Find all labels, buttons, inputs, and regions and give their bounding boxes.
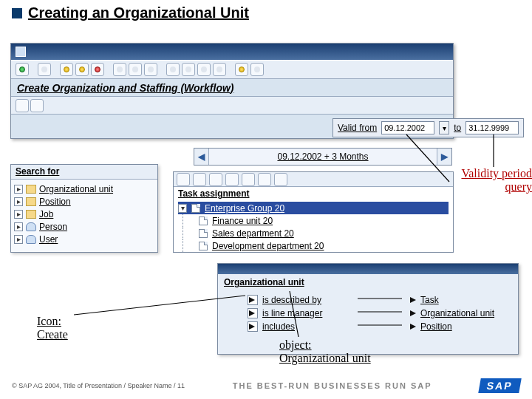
arrow-icon [410,324,416,330]
position-icon [26,197,36,206]
toolbar-button-last[interactable] [213,63,226,76]
valid-to-label: to [454,123,461,133]
toolbar-button-findnext[interactable] [144,63,157,76]
expand-icon[interactable]: ▸ [14,197,23,206]
toolbar-button-help[interactable] [235,63,248,76]
time-range-bar: ◀ 09.12.2002 + 3 Months ▶ [194,148,452,166]
search-header: Search for [11,165,157,180]
toolbar-button-prev[interactable] [182,63,195,76]
create-icon[interactable] [248,295,258,305]
task-row-sales[interactable]: Sales department 20 [178,227,449,239]
footer-tagline: THE BEST-RUN BUSINESSES RUN SAP [233,381,432,390]
subtoolbar-button-1[interactable] [16,99,29,112]
toolbar-button-print[interactable] [113,63,126,76]
rel-left-1[interactable]: is line manager [262,308,322,318]
toolbar-button-cancel[interactable] [91,63,104,76]
task-assignment-header: Task assignment [174,187,453,200]
annotation-object-org-unit: object: Organizational unit [279,338,371,365]
expand-icon[interactable]: ▸ [14,222,23,231]
toolbar-button-first[interactable] [166,63,180,76]
rel-right-2[interactable]: Position [420,321,452,332]
rel-right-0[interactable]: Task [420,295,439,305]
valid-to-field[interactable]: 31.12.9999 [466,121,519,134]
person-icon [26,222,36,231]
create-icon[interactable] [248,308,258,318]
task-row-finance[interactable]: Finance unit 20 [178,214,449,227]
arrow-icon [410,297,416,303]
toolbar-button-ok[interactable] [16,63,29,76]
org-unit-header: Organizational unit [218,274,518,290]
transaction-title: Create Organization and Staffing (Workfl… [17,82,234,94]
search-panel: Search for ▸ Organizational unit ▸ Posit… [10,164,158,253]
search-item-person[interactable]: ▸ Person [14,220,154,233]
toolbar-button-save[interactable] [38,63,51,76]
toolbar-button-next[interactable] [197,63,211,76]
task-toolbar-btn-5[interactable] [242,173,255,186]
search-item-position[interactable]: ▸ Position [14,195,154,208]
expand-icon[interactable]: ▸ [14,185,23,194]
footer-copyright: SAP AG 2004, Title of Presentation / Spe… [12,382,185,389]
valid-from-stepper[interactable]: ▾ [439,121,449,134]
org-unit-icon [26,185,36,194]
arrow-icon [410,310,416,316]
task-toolbar-btn-3[interactable] [209,173,222,186]
task-toolbar-btn-6[interactable] [258,173,271,186]
task-toolbar-btn-4[interactable] [225,173,239,186]
time-range-label: 09.12.2002 + 3 Months [209,149,437,165]
annotation-validity-query: Validity period query [452,167,532,194]
toolbar-button-back[interactable] [60,63,73,76]
slide-title: Creating an Organizational Unit [28,4,249,21]
toolbar-button-find[interactable] [129,63,142,76]
task-row-development[interactable]: Development department 20 [178,239,449,252]
search-item-job[interactable]: ▸ Job [14,208,154,220]
search-item-org-unit[interactable]: ▸ Organizational unit [14,183,154,195]
task-toolbar-btn-1[interactable] [177,173,190,186]
validity-box: Valid from 09.12.2002 ▾ to 31.12.9999 [332,118,524,137]
rel-right-1[interactable]: Organizational unit [420,308,494,318]
rel-left-0[interactable]: is described by [262,295,321,305]
expand-icon[interactable]: ▸ [14,210,23,219]
task-toolbar-btn-2[interactable] [193,173,206,186]
create-icon[interactable] [248,321,258,332]
toolbar-button-exit[interactable] [75,63,89,76]
annotation-icon-create: Icon: Create [37,315,68,341]
rel-left-2[interactable]: includes [262,321,295,332]
collapse-icon[interactable]: ▾ [178,204,187,213]
task-row-enterprise-group[interactable]: ▾ Enterprise Group 20 [178,202,449,214]
time-prev-button[interactable]: ◀ [194,149,209,165]
task-assignment-panel: Task assignment ▾ Enterprise Group 20 Fi… [173,171,454,253]
org-node-icon [199,242,208,250]
search-item-user[interactable]: ▸ User [14,233,154,245]
subtoolbar-button-2[interactable] [30,99,44,112]
window-icon [16,47,26,57]
title-bullet [12,8,22,18]
main-toolbar [11,60,453,79]
org-node-icon [199,229,208,238]
expand-icon[interactable]: ▸ [14,235,23,244]
org-node-icon [199,216,208,225]
sub-toolbar [11,97,453,115]
window-titlebar [11,44,453,60]
task-toolbar-btn-7[interactable] [274,173,287,186]
job-icon [26,210,36,219]
task-toolbar [174,172,453,187]
time-next-button[interactable]: ▶ [437,149,451,165]
org-node-icon [191,204,200,213]
sap-logo: SAP [480,378,520,393]
valid-from-label: Valid from [338,123,377,133]
toolbar-button-layout[interactable] [250,63,264,76]
footer: SAP AG 2004, Title of Presentation / Spe… [12,378,520,393]
user-icon [26,235,36,244]
valid-from-field[interactable]: 09.12.2002 [381,121,434,134]
